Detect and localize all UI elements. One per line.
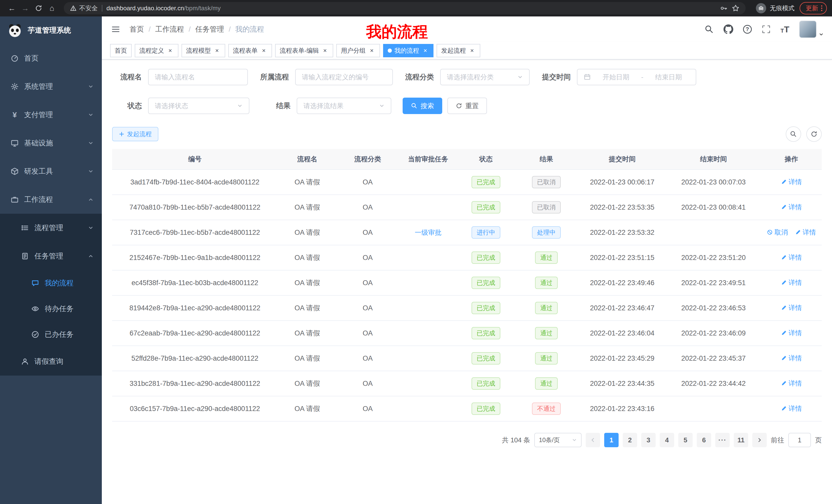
user-menu[interactable] xyxy=(799,21,824,38)
result-badge: 通过 xyxy=(535,251,558,264)
cell-name: OA 请假 xyxy=(278,245,337,270)
start-process-button[interactable]: 发起流程 xyxy=(112,127,158,141)
logo-avatar xyxy=(7,23,23,38)
page-ellipsis[interactable]: ··· xyxy=(715,433,730,447)
page-button-1[interactable]: 1 xyxy=(604,433,619,447)
cancel-link[interactable]: 取消 xyxy=(767,228,788,237)
sidebar-item-payment[interactable]: ¥ 支付管理 xyxy=(0,101,102,129)
submit-time-range-picker[interactable]: 开始日期 - 结束日期 xyxy=(577,69,696,85)
security-warning[interactable]: 不安全 xyxy=(70,4,98,12)
tab-close-icon[interactable]: × xyxy=(166,47,174,54)
detail-link[interactable]: 详情 xyxy=(781,177,802,187)
sidebar-item-workflow[interactable]: 工作流程 xyxy=(0,186,102,214)
tab-close-icon[interactable]: × xyxy=(213,47,220,54)
tab-close-icon[interactable]: × xyxy=(368,47,375,54)
process-category-select[interactable]: 请选择流程分类 xyxy=(440,69,530,85)
result-badge: 通过 xyxy=(535,302,558,314)
tab-close-icon[interactable]: × xyxy=(468,47,476,54)
jump-suffix: 页 xyxy=(815,436,822,445)
page-button-3[interactable]: 3 xyxy=(641,433,656,447)
detail-link[interactable]: 详情 xyxy=(795,228,816,237)
detail-link[interactable]: 详情 xyxy=(781,329,802,338)
detail-link[interactable]: 详情 xyxy=(781,253,802,262)
sidebar-toggle-button[interactable] xyxy=(110,24,121,35)
sidebar-item-pending-tasks[interactable]: 待办任务 xyxy=(0,296,102,321)
tab-process-form-edit[interactable]: 流程表单-编辑× xyxy=(275,44,333,57)
tab-process-definition[interactable]: 流程定义× xyxy=(135,44,178,57)
process-name-label: 流程名 xyxy=(112,72,142,82)
breadcrumb-home[interactable]: 首页 xyxy=(130,24,144,34)
font-size-button[interactable]: TT xyxy=(781,25,789,34)
next-page-button[interactable] xyxy=(752,433,767,447)
detail-link[interactable]: 详情 xyxy=(781,404,802,413)
fullscreen-button[interactable] xyxy=(761,25,771,34)
browser-reload-button[interactable] xyxy=(32,2,45,15)
edit-icon xyxy=(781,254,787,260)
result-select[interactable]: 请选择流结果 xyxy=(297,97,391,114)
chevron-down-icon xyxy=(88,169,94,174)
sidebar-item-system[interactable]: 系统管理 xyxy=(0,73,102,101)
detail-link[interactable]: 详情 xyxy=(781,303,802,312)
address-bar[interactable]: 不安全 dashboard.yudao.iocoder.cn/bpm/task/… xyxy=(64,2,746,15)
owning-process-input[interactable] xyxy=(295,69,393,85)
sidebar-item-devtools[interactable]: 研发工具 xyxy=(0,157,102,186)
current-task-link[interactable]: 一级审批 xyxy=(415,228,441,237)
detail-link[interactable]: 详情 xyxy=(781,354,802,363)
bookmark-star-icon[interactable] xyxy=(732,4,739,12)
select-placeholder: 请选择状态 xyxy=(155,102,188,110)
detail-link[interactable]: 详情 xyxy=(781,203,802,212)
process-name-input[interactable] xyxy=(148,69,248,85)
browser-home-button[interactable]: ⌂ xyxy=(45,2,59,15)
tab-close-icon[interactable]: × xyxy=(422,47,429,54)
tab-my-processes[interactable]: 我的流程× xyxy=(383,44,434,57)
tab-home[interactable]: 首页 xyxy=(110,44,132,57)
breadcrumb-workflow[interactable]: 工作流程 xyxy=(155,24,184,34)
detail-link[interactable]: 详情 xyxy=(781,379,802,388)
sidebar-item-label: 支付管理 xyxy=(24,110,83,120)
browser-back-button[interactable]: ← xyxy=(5,2,19,15)
sidebar-item-label: 首页 xyxy=(24,53,94,63)
page-size-select[interactable]: 10条/页 xyxy=(534,433,581,447)
page-button-2[interactable]: 2 xyxy=(623,433,637,447)
github-link[interactable] xyxy=(724,24,733,34)
sidebar-item-leave-query[interactable]: 请假查询 xyxy=(0,347,102,375)
sidebar-item-home[interactable]: 首页 xyxy=(0,44,102,73)
avatar xyxy=(799,21,816,38)
sidebar-item-infrastructure[interactable]: 基础设施 xyxy=(0,129,102,157)
url-text: dashboard.yudao.iocoder.cn/bpm/task/my xyxy=(106,5,716,12)
page-button-4[interactable]: 4 xyxy=(660,433,674,447)
sidebar-item-done-tasks[interactable]: 已办任务 xyxy=(0,321,102,347)
tab-close-icon[interactable]: × xyxy=(321,47,329,54)
table-row: 03c6c157-7b9a-11ec-a290-acde48001122 OA … xyxy=(112,396,822,421)
tab-start-process[interactable]: 发起流程× xyxy=(437,44,480,57)
status-select[interactable]: 请选择状态 xyxy=(148,97,250,114)
table-row: 67c2eaab-7b9a-11ec-a290-acde48001122 OA … xyxy=(112,320,822,346)
tab-close-icon[interactable]: × xyxy=(260,47,267,54)
sidebar-item-task-management[interactable]: 任务管理 xyxy=(0,242,102,270)
password-key-icon[interactable] xyxy=(720,4,728,12)
browser-update-button[interactable]: 更新 xyxy=(800,2,827,15)
tab-process-form[interactable]: 流程表单× xyxy=(228,44,272,57)
jump-page-input[interactable] xyxy=(788,433,811,447)
refresh-table-button[interactable] xyxy=(806,127,822,142)
reset-button[interactable]: 重置 xyxy=(447,97,487,114)
tab-process-model[interactable]: 流程模型× xyxy=(182,44,225,57)
prev-page-button[interactable] xyxy=(586,433,600,447)
toggle-search-button[interactable] xyxy=(786,127,801,142)
page-button-5[interactable]: 5 xyxy=(678,433,693,447)
breadcrumb-task-management[interactable]: 任务管理 xyxy=(196,24,224,34)
page-button-6[interactable]: 6 xyxy=(697,433,711,447)
help-button[interactable]: ? xyxy=(743,25,752,34)
cube-icon xyxy=(10,167,19,175)
search-button[interactable]: 搜索 xyxy=(402,97,442,114)
start-process-button-label: 发起流程 xyxy=(127,130,152,138)
tab-user-group[interactable]: 用户分组× xyxy=(336,44,380,57)
detail-link[interactable]: 详情 xyxy=(781,278,802,287)
app-logo[interactable]: 芋道管理系统 xyxy=(0,17,102,44)
header-search-button[interactable] xyxy=(704,25,714,34)
browser-forward-button[interactable]: → xyxy=(19,2,32,15)
sidebar-item-my-processes[interactable]: 我的流程 xyxy=(0,270,102,296)
page-button-11[interactable]: 11 xyxy=(734,433,748,447)
sidebar-item-process-management[interactable]: 流程管理 xyxy=(0,214,102,242)
cell-name: OA 请假 xyxy=(278,195,337,220)
